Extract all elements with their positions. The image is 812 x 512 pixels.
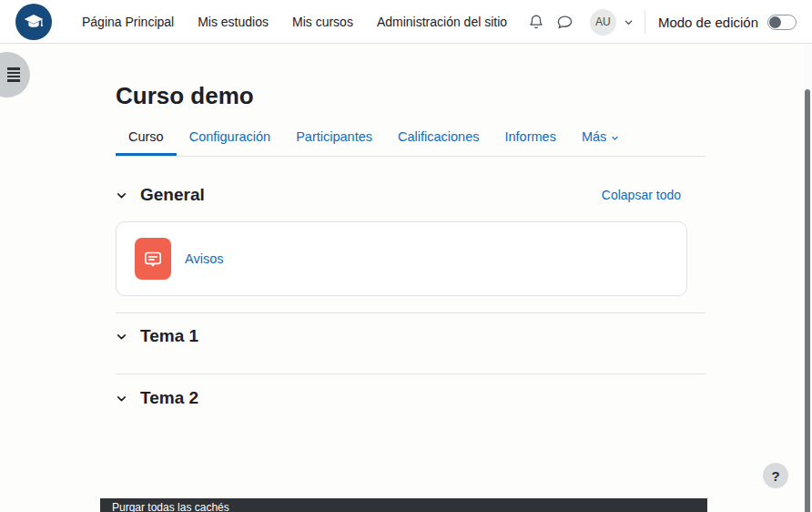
- section-general-chevron-down-icon[interactable]: [116, 189, 127, 201]
- nav-item-site-admin[interactable]: Administración del sitio: [377, 15, 507, 29]
- nav-item-dashboard[interactable]: Mis estudios: [198, 15, 269, 29]
- tab-configuracion[interactable]: Configuración: [177, 122, 283, 156]
- navbar-right-cluster: AU Modo de edición: [524, 0, 812, 44]
- moodle-course-page: Página Principal Mis estudios Mis cursos…: [0, 0, 812, 512]
- user-menu-chevron-down-icon[interactable]: [624, 17, 634, 27]
- moodle-logo[interactable]: [15, 4, 52, 40]
- vertical-scrollbar-track[interactable]: [803, 44, 812, 512]
- activity-link-avisos[interactable]: Avisos: [185, 251, 223, 266]
- section-divider: [116, 374, 705, 374]
- section-header-tema2: Tema 2: [116, 388, 705, 408]
- purge-caches-link[interactable]: Purgar todas las cachés: [112, 501, 229, 512]
- collapse-all-link[interactable]: Colapsar todo: [602, 188, 681, 202]
- help-button[interactable]: ?: [763, 463, 788, 488]
- top-navbar: Página Principal Mis estudios Mis cursos…: [0, 0, 812, 44]
- section-title-general[interactable]: General: [140, 185, 205, 205]
- navbar-divider: [645, 10, 645, 34]
- edit-mode-control: Modo de edición: [658, 15, 797, 30]
- course-index-drawer-toggle[interactable]: [0, 52, 30, 97]
- tab-mas-chevron-down-icon: [611, 134, 619, 142]
- nav-item-my-courses[interactable]: Mis cursos: [292, 15, 353, 29]
- section-title-tema2[interactable]: Tema 2: [140, 388, 198, 408]
- tab-mas[interactable]: Más: [569, 122, 632, 156]
- notifications-bell-icon[interactable]: [524, 10, 548, 34]
- secondary-navigation-tabs: Curso Configuración Participantes Califi…: [116, 122, 705, 157]
- edit-mode-toggle[interactable]: [767, 15, 797, 30]
- graduation-cap-icon: [22, 10, 46, 34]
- section-tema2-chevron-down-icon[interactable]: [116, 393, 127, 404]
- tab-participantes[interactable]: Participantes: [283, 122, 385, 156]
- course-index-icon: [7, 67, 20, 82]
- admin-footer-bar: Purgar todas las cachés: [100, 498, 707, 512]
- section-title-tema1[interactable]: Tema 1: [140, 326, 198, 346]
- messages-chat-icon[interactable]: [553, 10, 577, 34]
- section-divider: [116, 312, 705, 313]
- user-avatar[interactable]: AU: [590, 9, 616, 36]
- page-title: Curso demo: [116, 82, 254, 110]
- tab-curso[interactable]: Curso: [116, 122, 177, 156]
- edit-mode-label: Modo de edición: [658, 15, 758, 30]
- tab-informes[interactable]: Informes: [492, 122, 568, 156]
- nav-item-home[interactable]: Página Principal: [82, 15, 174, 29]
- tab-calificaciones[interactable]: Calificaciones: [385, 122, 492, 156]
- section-tema1-chevron-down-icon[interactable]: [116, 331, 127, 343]
- primary-navigation: Página Principal Mis estudios Mis cursos…: [82, 0, 507, 44]
- vertical-scrollbar-thumb[interactable]: [805, 89, 810, 512]
- section-header-tema1: Tema 1: [116, 326, 705, 346]
- forum-activity-icon: [135, 238, 171, 280]
- section-header-general: General Colapsar todo: [116, 185, 705, 205]
- toggle-knob: [769, 16, 781, 28]
- activity-card-avisos: Avisos: [116, 221, 687, 296]
